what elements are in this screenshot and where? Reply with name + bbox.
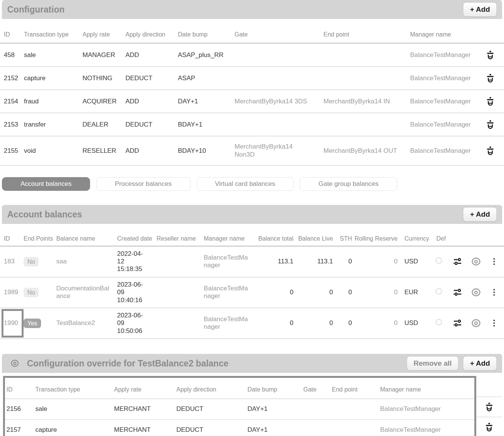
cell-sth: 0 <box>334 277 353 308</box>
table-row: 2153 transfer DEALER DEDUCT BDAY+1 Balan… <box>0 113 504 136</box>
cell-apply-direction: DEDUCT <box>176 420 247 436</box>
cell-sth: 0 <box>334 308 353 339</box>
cell-apply-rate: MERCHANT <box>114 420 176 436</box>
default-radio[interactable] <box>436 257 442 264</box>
cell-id: 2154 <box>0 90 24 113</box>
override-header-row: ID Transaction type Apply rate Apply dir… <box>5 378 474 399</box>
tab-gate-group-balances[interactable]: Gate group balances <box>300 177 397 191</box>
table-row[interactable]: 1989 No DocumentationBalance 2023-06-09 … <box>0 277 504 308</box>
gear-icon <box>471 257 481 267</box>
col-header-transaction-type: Transaction type <box>24 21 82 43</box>
kebab-menu-icon <box>493 288 496 296</box>
cell-end-point: MerchantByByrka14 IN <box>323 90 410 113</box>
cell-id: 458 <box>0 43 24 67</box>
more-actions-button[interactable] <box>493 319 496 327</box>
cell-apply-direction: DEDUCT <box>125 113 178 136</box>
override-table-area: ID Transaction type Apply rate Apply dir… <box>0 376 504 436</box>
gear-icon <box>471 287 481 298</box>
settings-button[interactable] <box>471 318 481 328</box>
adjust-balance-button[interactable] <box>453 319 462 328</box>
adjust-balance-button[interactable] <box>453 257 462 266</box>
cell-date-bump: DAY+1 <box>178 90 235 113</box>
delete-row-button[interactable] <box>486 73 494 83</box>
table-row-selected[interactable]: 1990 Yes TestBalance2 2023-06-09 10:50:0… <box>0 308 504 339</box>
col-header-gate: Gate <box>303 378 332 399</box>
col-header-manager-name: Manager name <box>380 378 474 399</box>
tab-account-balances[interactable]: Account balances <box>2 177 90 191</box>
cell-date-bump: ASAP_plus_RR <box>178 43 235 67</box>
cell-gate: MerchantByByrka14 3DS <box>235 90 323 113</box>
account-balances-table: ID End Points Balance name Created date … <box>0 232 504 339</box>
cell-id: 1989 <box>0 277 24 308</box>
account-balances-title: Account balances <box>7 209 82 220</box>
cell-rolling-reserve: 0 <box>353 277 399 308</box>
cell-reseller-name <box>157 246 204 277</box>
cell-gate: MerchantByByrka14 Non3D <box>235 136 323 165</box>
cell-gate <box>235 113 323 136</box>
cell-balance-live: 0 <box>295 277 334 308</box>
cell-manager-name: BalanceTestManager <box>410 136 481 165</box>
cell-reseller-name <box>157 308 204 339</box>
tab-virtual-card-balances[interactable]: Virtual card balances <box>197 177 294 191</box>
trash-icon <box>486 50 494 60</box>
col-header-date-bump: Date bump <box>178 21 235 43</box>
delete-row-button[interactable] <box>485 422 493 432</box>
cell-transaction-type: sale <box>35 399 114 419</box>
cell-apply-rate: RESELLER <box>82 136 125 165</box>
more-actions-button[interactable] <box>493 257 496 266</box>
remove-all-button[interactable]: Remove all <box>407 356 458 371</box>
default-radio[interactable] <box>436 288 442 295</box>
add-configuration-button[interactable]: + Add <box>463 2 497 17</box>
delete-row-button[interactable] <box>485 402 493 412</box>
cell-balance-total: 0 <box>257 277 295 308</box>
col-header-gate: Gate <box>235 21 323 43</box>
trash-icon <box>485 402 493 412</box>
cell-end-point <box>332 420 380 436</box>
cell-currency: EUR <box>399 277 432 308</box>
table-row: 458 sale MANAGER ADD ASAP_plus_RR Balanc… <box>0 43 504 67</box>
delete-row-button[interactable] <box>486 120 494 129</box>
override-delete-column <box>476 376 502 436</box>
cell-rolling-reserve: 0 <box>353 246 399 277</box>
cell-created-date: 2023-06-09 10:50:06 <box>117 308 157 339</box>
table-row <box>476 397 502 417</box>
adjust-balance-button[interactable] <box>453 288 462 297</box>
cell-date-bump: BDAY+1 <box>178 113 235 136</box>
more-actions-button[interactable] <box>493 288 496 296</box>
col-header-end-point: End point <box>332 378 380 399</box>
add-override-button[interactable]: + Add <box>463 356 497 371</box>
end-points-badge: No <box>24 288 39 297</box>
cell-end-point <box>323 43 410 67</box>
cell-balance-total: 0 <box>257 308 295 339</box>
cell-id: 1990 <box>0 308 24 339</box>
cell-date-bump: BDAY+10 <box>178 136 235 165</box>
trash-icon <box>486 120 494 129</box>
kebab-menu-icon <box>493 319 496 327</box>
end-points-badge: No <box>24 257 39 266</box>
col-header-apply-rate: Apply rate <box>114 378 176 399</box>
col-header-manager-name: Manager name <box>204 232 257 246</box>
tab-processor-balances[interactable]: Processor balances <box>96 177 190 191</box>
col-header-currency: Currency <box>399 232 432 246</box>
trash-icon <box>485 422 493 432</box>
col-header-apply-rate: Apply rate <box>82 21 125 43</box>
cell-id: 2157 <box>5 420 35 436</box>
default-radio[interactable] <box>436 319 442 325</box>
table-row[interactable]: 183 No saa 2022-04-12 15:18:35 BalanceTe… <box>0 246 504 277</box>
trash-icon <box>486 73 494 83</box>
cell-manager-name: BalanceTestManager <box>204 308 257 339</box>
add-account-balance-button[interactable]: + Add <box>463 207 497 222</box>
settings-button[interactable] <box>471 257 481 267</box>
cell-id: 2155 <box>0 136 24 165</box>
cell-apply-direction: ADD <box>125 136 178 165</box>
delete-row-button[interactable] <box>486 146 494 155</box>
cell-balance-name: TestBalance2 <box>56 308 117 339</box>
delete-row-button[interactable] <box>486 50 494 60</box>
cell-apply-direction: ADD <box>125 43 178 67</box>
gear-icon <box>10 359 19 368</box>
col-header-transaction-type: Transaction type <box>35 378 114 399</box>
cell-apply-direction: ADD <box>125 90 178 113</box>
delete-row-button[interactable] <box>486 97 494 106</box>
cell-manager-name: BalanceTestManager <box>410 67 481 90</box>
settings-button[interactable] <box>471 287 481 298</box>
